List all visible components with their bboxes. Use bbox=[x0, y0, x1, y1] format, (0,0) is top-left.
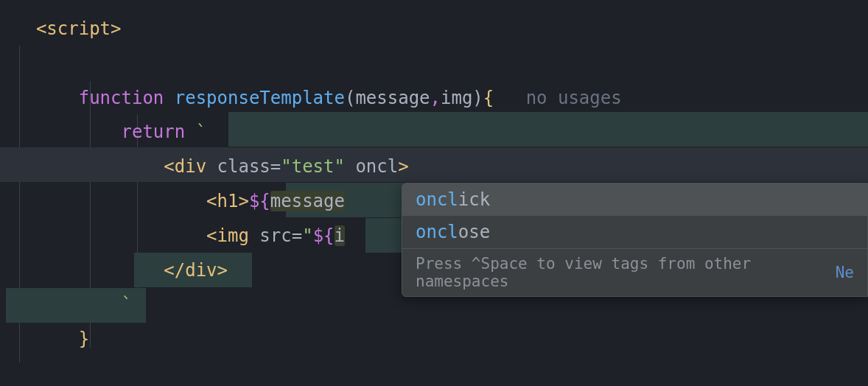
paren: ( bbox=[345, 88, 355, 108]
tag-bracket: > bbox=[398, 156, 408, 177]
match-text: oncl bbox=[416, 189, 458, 210]
parameter: img bbox=[441, 88, 472, 108]
code-editor[interactable]: <script> function responseTemplate(messa… bbox=[0, 0, 868, 357]
parameter: message bbox=[355, 88, 430, 108]
tag-bracket: > bbox=[217, 260, 228, 281]
autocomplete-popup: onclick onclose Press ^Space to view tag… bbox=[402, 183, 868, 297]
tag-bracket: < bbox=[206, 225, 217, 246]
usage-hint: no usages bbox=[526, 88, 622, 108]
template-backtick: ` bbox=[122, 294, 132, 315]
variable: i bbox=[335, 225, 345, 246]
paren: ) bbox=[472, 88, 483, 108]
interpolation-open: ${ bbox=[313, 225, 335, 246]
tag-bracket: > bbox=[111, 18, 121, 39]
function-name: responseTemplate bbox=[175, 88, 345, 108]
comma: , bbox=[430, 88, 441, 108]
tag-name: div bbox=[185, 260, 217, 281]
string: "test" bbox=[281, 156, 345, 177]
tag-name: img bbox=[217, 225, 249, 246]
keyword: function bbox=[79, 88, 164, 108]
equals: = bbox=[292, 225, 302, 246]
code-line[interactable]: <script> bbox=[15, 12, 868, 46]
code-line[interactable] bbox=[15, 46, 868, 81]
tag-bracket: </ bbox=[164, 260, 185, 281]
tag-name: script bbox=[46, 18, 111, 39]
tag-name: div bbox=[175, 156, 206, 177]
code-line[interactable]: return ` bbox=[15, 115, 868, 150]
brace: } bbox=[79, 329, 89, 349]
brace: { bbox=[483, 88, 494, 108]
tag-bracket: < bbox=[164, 156, 174, 177]
template-backtick: ` bbox=[196, 122, 206, 142]
code-line[interactable]: } bbox=[15, 322, 868, 357]
tag-bracket: < bbox=[36, 18, 46, 39]
completion-text: ick bbox=[458, 189, 490, 210]
tag-bracket: > bbox=[238, 191, 248, 211]
string-quote: " bbox=[302, 225, 312, 246]
code-line[interactable]: <div class="test" oncl> bbox=[15, 150, 868, 184]
attribute-name: src bbox=[259, 225, 291, 246]
autocomplete-footer: Press ^Space to view tags from other nam… bbox=[402, 248, 867, 296]
interpolation-open: ${ bbox=[249, 191, 270, 211]
code-line[interactable]: function responseTemplate(message,img){ … bbox=[15, 81, 868, 116]
footer-hint: Press ^Space to view tags from other nam… bbox=[416, 255, 836, 290]
equals: = bbox=[270, 156, 281, 177]
keyword: return bbox=[122, 122, 186, 142]
attribute-name: oncl bbox=[355, 156, 398, 177]
footer-link[interactable]: Ne bbox=[836, 264, 854, 281]
autocomplete-item-onclick[interactable]: onclick bbox=[402, 183, 867, 216]
tag-name: h1 bbox=[217, 191, 239, 211]
completion-text: ose bbox=[458, 222, 490, 242]
match-text: oncl bbox=[416, 222, 458, 242]
autocomplete-item-onclose[interactable]: onclose bbox=[402, 216, 867, 248]
attribute-name: class bbox=[217, 156, 270, 177]
variable: message bbox=[270, 191, 345, 211]
tag-bracket: < bbox=[206, 191, 217, 211]
